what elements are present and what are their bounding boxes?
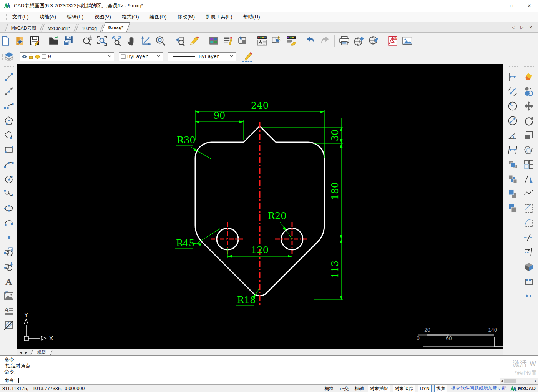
dim-continue-button[interactable] — [506, 144, 518, 156]
view-previous-button[interactable] — [173, 34, 187, 48]
status-toggle-4[interactable]: 对象追踪 — [393, 385, 415, 392]
save-drawing-button[interactable] — [27, 34, 42, 48]
join-button[interactable] — [523, 290, 535, 302]
layer-manager-button[interactable] — [2, 50, 15, 63]
point-button[interactable] — [3, 231, 15, 243]
draworder-above-button[interactable] — [506, 188, 518, 199]
open-folder-button[interactable] — [46, 34, 61, 48]
arc-button[interactable] — [3, 100, 15, 112]
layer-settings-button[interactable] — [255, 34, 269, 48]
tab-close-button[interactable]: ✕ — [529, 25, 533, 30]
print-button[interactable] — [337, 34, 351, 48]
publish-web-button[interactable] — [352, 34, 366, 48]
match-properties-button[interactable] — [284, 34, 298, 48]
text-button[interactable]: A — [3, 275, 15, 287]
document-tab-MxCAD[interactable]: MxCAD云图 — [5, 24, 43, 32]
layer-select[interactable]: 0 — [20, 52, 114, 61]
color-palette-button[interactable] — [206, 34, 221, 48]
drawing-canvas[interactable]: 2409030180113120R30R45R20R1820140060YX — [17, 64, 503, 349]
menu-item-o4[interactable]: 格式(O) — [122, 13, 139, 20]
minimize-button[interactable]: ─ — [485, 0, 503, 12]
stretch-button[interactable] — [523, 129, 535, 141]
status-toggle-6[interactable]: 线宽 — [434, 385, 447, 392]
text-style-button[interactable] — [221, 34, 235, 48]
array-button[interactable] — [523, 158, 535, 170]
menu-item-v3[interactable]: 视图(V) — [94, 13, 111, 20]
break-button[interactable] — [523, 275, 535, 287]
menu-item-a1[interactable]: 功能(A) — [40, 13, 56, 20]
close-button[interactable]: ✕ — [520, 0, 538, 12]
scroll-right-arrow[interactable]: ▸ — [535, 379, 536, 383]
zoom-window-button[interactable] — [95, 34, 109, 48]
open-drawing-button[interactable] — [13, 34, 27, 48]
export-pdf-button[interactable]: PDF — [385, 34, 400, 48]
menu-item-e7[interactable]: 扩展工具(E) — [206, 13, 232, 20]
edit-polyline-button[interactable] — [523, 188, 535, 199]
edit-pencil-button[interactable] — [187, 34, 201, 48]
arc-continue-button[interactable] — [3, 217, 15, 229]
dim-angular-button[interactable] — [506, 129, 518, 141]
image-button[interactable] — [3, 290, 15, 302]
create-block-button[interactable] — [3, 261, 15, 272]
rectangle-button[interactable] — [3, 144, 15, 156]
erase-button[interactable] — [523, 71, 535, 83]
undo-button[interactable] — [303, 34, 317, 48]
trim-button[interactable] — [523, 231, 535, 243]
scroll-left-arrow[interactable]: ◂ — [501, 379, 503, 383]
dim-diameter-button[interactable] — [506, 115, 518, 126]
axis-tracking-button[interactable] — [139, 34, 153, 48]
circle-button[interactable] — [3, 173, 15, 185]
document-tab-9mxg[interactable]: 9.mxg* — [102, 22, 131, 32]
copy-object-button[interactable] — [523, 85, 535, 97]
status-toggle-1[interactable]: 正交 — [338, 385, 350, 392]
maximize-button[interactable]: □ — [503, 0, 520, 12]
lineweight-button[interactable] — [241, 50, 254, 63]
draworder-front-button[interactable] — [506, 158, 518, 170]
dim-linear-button[interactable] — [506, 71, 518, 83]
dim-aligned-button[interactable] — [506, 85, 518, 97]
model-tab[interactable]: 模型 — [30, 350, 53, 355]
zoom-center-button[interactable] — [153, 34, 168, 48]
insert-image-button[interactable] — [400, 34, 414, 48]
status-toggle-0[interactable]: 栅格 — [323, 385, 335, 392]
line-button[interactable] — [3, 71, 15, 83]
menu-item-h8[interactable]: 帮助(H) — [243, 13, 260, 20]
offset-button[interactable] — [523, 144, 535, 156]
status-toggle-5[interactable]: DYN — [418, 385, 431, 392]
menu-item-d5[interactable]: 绘图(D) — [150, 13, 167, 20]
chamfer-button[interactable] — [523, 202, 535, 214]
menu-item-e2[interactable]: 编辑(E) — [67, 13, 83, 20]
polygon-button[interactable] — [3, 115, 15, 126]
select-object-button[interactable] — [236, 34, 250, 48]
tab-scroll-right-button[interactable]: ▷ — [520, 25, 523, 30]
feedback-link[interactable]: 提交软件问题或增加新功能 — [451, 385, 506, 392]
hatch-button[interactable] — [3, 319, 15, 331]
tab-scroll-left-button[interactable]: ◁ — [512, 25, 515, 30]
linetype-select[interactable]: ByLayer — [168, 52, 236, 61]
polyline-button[interactable] — [3, 129, 15, 141]
color-select[interactable]: ByLayer — [119, 52, 163, 61]
status-toggle-2[interactable]: 极轴 — [353, 385, 365, 392]
spline-button[interactable] — [3, 188, 15, 199]
layout-prev-button[interactable]: ◀ — [18, 350, 23, 355]
zoom-scale-button[interactable] — [80, 34, 95, 48]
layout-next-button[interactable]: ▶ — [23, 350, 28, 355]
status-toggle-3[interactable]: 对象捕捉 — [368, 385, 390, 392]
fillet-button[interactable] — [523, 217, 535, 229]
arc-3point-button[interactable] — [3, 158, 15, 170]
insert-block-button[interactable] — [3, 246, 15, 258]
move-button[interactable] — [523, 100, 535, 112]
construction-line-button[interactable] — [3, 85, 15, 97]
draworder-back-button[interactable] — [506, 173, 518, 185]
open-web-button[interactable] — [366, 34, 380, 48]
command-scrollbar[interactable]: ◂ ▸ — [500, 378, 538, 384]
dim-radius-button[interactable] — [506, 100, 518, 112]
explode-button[interactable] — [523, 261, 535, 272]
zoom-extents-button[interactable] — [110, 34, 124, 48]
draworder-below-button[interactable] — [506, 202, 518, 214]
pan-button[interactable] — [124, 34, 138, 48]
command-input[interactable]: 命令: — [2, 376, 538, 384]
menu-item-f0[interactable]: 文件(F) — [12, 13, 29, 20]
menu-item-m6[interactable]: 修改(M) — [178, 13, 195, 20]
new-file-button[interactable] — [0, 34, 12, 48]
